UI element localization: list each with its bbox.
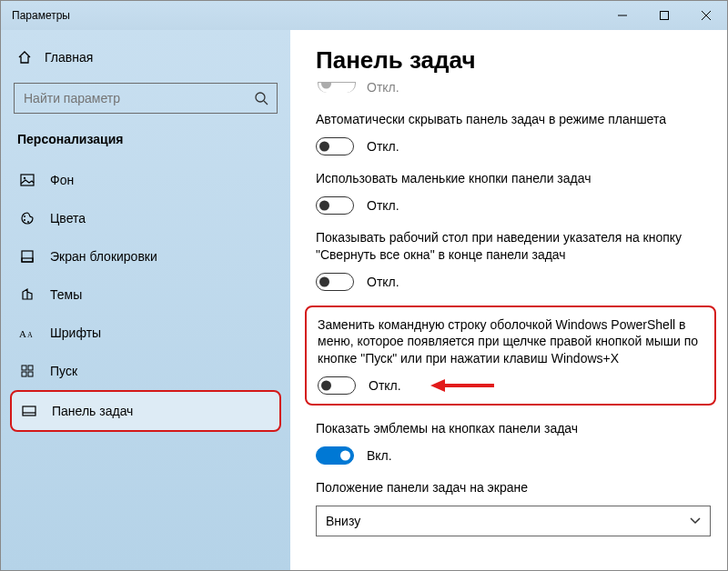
setting-small-buttons: Использовать маленькие кнопки панели зад… [316,170,711,215]
toggle-state: Вкл. [367,448,392,463]
nav-label: Панель задач [52,404,133,418]
fonts-icon: AA [19,325,35,341]
nav-label: Цвета [50,211,86,225]
truncated-setting: Откл. [316,80,711,95]
toggle-switch[interactable] [318,82,356,93]
maximize-button[interactable] [643,1,685,30]
sidebar-item-themes[interactable]: Темы [10,275,281,314]
page-title: Панель задач [316,46,711,75]
titlebar: Параметры [1,1,727,30]
sidebar-item-taskbar[interactable]: Панель задач [10,390,281,432]
toggle-state: Откл. [369,378,401,393]
setting-powershell: Заменить командную строку оболочкой Wind… [318,316,703,396]
content-area: Панель задач Откл. Автоматически скрыват… [290,30,727,570]
toggle-switch[interactable] [316,137,354,155]
home-nav[interactable]: Главная [10,43,281,72]
svg-rect-6 [21,175,34,185]
setting-show-desktop: Показывать рабочий стол при наведении ук… [316,229,711,291]
sidebar-item-background[interactable]: Фон [10,161,281,199]
svg-point-10 [27,221,29,223]
toggle-state: Откл. [367,139,399,154]
setting-badges: Показать эмблемы на кнопках панели задач… [316,420,711,465]
annotation-arrow-icon [430,377,494,394]
setting-label: Использовать маленькие кнопки панели зад… [316,170,711,187]
svg-rect-19 [23,406,35,416]
setting-label: Заменить командную строку оболочкой Wind… [318,316,703,368]
minimize-button[interactable] [602,1,643,30]
search-field[interactable] [15,91,246,105]
svg-point-8 [24,215,25,217]
setting-position: Положение панели задач на экране Внизу [316,479,711,536]
position-dropdown[interactable]: Внизу [316,506,711,536]
nav-label: Экран блокировки [50,249,157,264]
svg-rect-16 [28,366,33,370]
toggle-switch[interactable] [316,446,354,465]
palette-icon [19,210,35,226]
setting-label: Показывать рабочий стол при наведении ук… [316,229,711,264]
home-icon [17,50,32,65]
toggle-state: Откл. [367,275,399,289]
search-input[interactable] [14,83,278,114]
svg-point-9 [24,219,25,221]
toggle-switch[interactable] [316,273,354,291]
svg-marker-22 [430,379,445,392]
category-label: Персонализация [10,132,281,161]
themes-icon [19,286,35,303]
picture-icon [19,172,35,188]
svg-rect-17 [22,372,26,376]
svg-text:A: A [27,331,33,339]
settings-window: Параметры Главная Пе [0,0,728,571]
toggle-switch[interactable] [318,376,356,395]
sidebar-item-lockscreen[interactable]: Экран блокировки [10,237,281,275]
setting-label: Автоматически скрывать панель задач в ре… [316,111,711,128]
taskbar-icon [21,403,37,419]
window-title: Параметры [1,9,70,22]
svg-text:A: A [19,328,26,339]
highlighted-setting: Заменить командную строку оболочкой Wind… [305,306,716,406]
lockscreen-icon [19,248,35,265]
nav-label: Темы [50,287,82,302]
svg-point-7 [24,177,25,179]
nav-label: Пуск [50,364,77,378]
close-button[interactable] [685,1,727,30]
start-icon [19,363,35,379]
svg-rect-15 [22,366,26,370]
setting-label: Показать эмблемы на кнопках панели задач [316,420,711,437]
dropdown-value: Внизу [326,514,360,528]
svg-point-4 [256,93,265,102]
setting-label: Положение панели задач на экране [316,479,711,496]
nav-label: Шрифты [50,326,101,340]
svg-rect-11 [22,251,33,262]
nav-label: Фон [50,173,74,187]
home-label: Главная [45,50,93,65]
chevron-down-icon [690,517,701,525]
svg-rect-12 [22,258,33,262]
sidebar-item-start[interactable]: Пуск [10,352,281,390]
toggle-switch[interactable] [316,196,354,215]
sidebar-item-colors[interactable]: Цвета [10,199,281,237]
sidebar-item-fonts[interactable]: AA Шрифты [10,314,281,352]
svg-rect-18 [28,372,33,376]
svg-line-5 [264,101,268,105]
setting-autohide-tablet: Автоматически скрывать панель задач в ре… [316,111,711,155]
svg-rect-1 [661,12,669,20]
sidebar: Главная Персонализация Фон Цвета [1,30,290,570]
toggle-state: Откл. [367,80,399,95]
search-icon [246,91,277,105]
toggle-state: Откл. [367,198,399,213]
